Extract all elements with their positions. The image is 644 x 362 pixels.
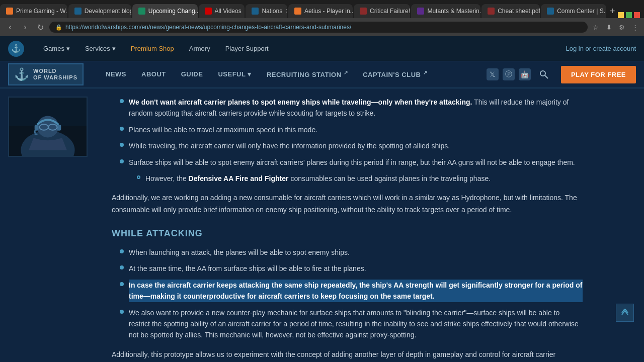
svg-rect-7 xyxy=(57,125,61,131)
maximize-button[interactable] xyxy=(626,12,632,18)
back-button[interactable]: ‹ xyxy=(4,21,16,33)
bullet-dot-aa-strength xyxy=(120,282,124,286)
main-nav-items: NEWS ABOUT GUIDE USEFUL ▾ RECRUITING STA… xyxy=(99,67,482,81)
main-nav-recruiting[interactable]: RECRUITING STATION ↗ xyxy=(260,67,355,81)
recruiting-external-icon: ↗ xyxy=(344,70,348,75)
android-icon[interactable]: 🤖 xyxy=(519,68,531,80)
browser-tab-upcoming[interactable]: Upcoming Chang... ✕ xyxy=(132,4,198,18)
premium-shop-label: Premium Shop xyxy=(131,45,174,52)
tab-favicon-prime xyxy=(6,8,13,15)
main-nav-guide[interactable]: GUIDE xyxy=(174,67,210,81)
browser-window: Prime Gaming - W... ✕ Development blog ✕… xyxy=(0,0,644,36)
games-chevron-icon: ▾ xyxy=(66,45,70,52)
tab-label-dev: Development blog xyxy=(85,8,131,15)
browser-tab-mutants[interactable]: Mutants & Masterin... ✕ xyxy=(411,4,480,18)
useful-label: USEFUL xyxy=(218,70,246,78)
tab-favicon-videos xyxy=(205,8,212,15)
video-person-image xyxy=(9,98,87,156)
top-nav-games[interactable]: Games ▾ xyxy=(36,41,77,56)
site-logo: ⚓ xyxy=(8,41,24,57)
wows-logo-box: ⚓ WORLD OF WARSHIPS xyxy=(8,63,84,85)
services-chevron-icon: ▾ xyxy=(112,45,116,52)
browser-tab-comm[interactable]: Comm Center | S... ✕ xyxy=(541,4,606,18)
bullet-item-spotting: We don't want aircraft carrier planes to… xyxy=(112,97,583,119)
article-content: We don't want aircraft carrier planes to… xyxy=(96,88,599,362)
main-nav-about[interactable]: ABOUT xyxy=(134,67,173,81)
bullet-text-allied: While traveling, the aircraft carrier wi… xyxy=(129,140,450,151)
browser-tab-prime[interactable]: Prime Gaming - W... ✕ xyxy=(0,4,67,18)
platform-icons: 𝕏 Ⓟ 🤖 xyxy=(487,68,531,80)
minimize-button[interactable] xyxy=(618,12,624,18)
tab-favicon-nations xyxy=(252,8,259,15)
address-bar[interactable]: 🔒 https://worldofwarships.com/en/news/ge… xyxy=(49,22,588,33)
tab-label-upcoming: Upcoming Chang... xyxy=(148,8,198,15)
play-btn-label: PLAY FOR FREE xyxy=(571,71,626,78)
tab-label-cheat: Cheat sheet.pdf xyxy=(498,8,540,15)
tab-favicon-critical xyxy=(360,8,367,15)
top-nav-player-support[interactable]: Player Support xyxy=(218,41,276,56)
tab-close-nations[interactable]: ✕ xyxy=(285,8,287,15)
bullet-dot-spotting xyxy=(120,99,124,103)
tab-favicon-comm xyxy=(547,8,554,15)
menu-button[interactable]: ⋮ xyxy=(630,22,640,32)
svg-rect-8 xyxy=(35,134,38,135)
browser-tab-aetius[interactable]: Aetius - Player in... ✕ xyxy=(288,4,353,18)
top-nav-armory[interactable]: Armory xyxy=(182,41,217,56)
bookmark-button[interactable]: ☆ xyxy=(591,22,601,32)
bullet-dot-aa-fire xyxy=(120,265,124,269)
browser-tab-nations[interactable]: Nations ✕ xyxy=(246,4,287,18)
security-icon: 🔒 xyxy=(55,24,62,31)
tab-label-comm: Comm Center | S... xyxy=(557,8,606,15)
xbox-icon[interactable]: 𝕏 xyxy=(487,68,499,80)
bullet-item-aa-fire: At the same time, the AA from surface sh… xyxy=(112,263,583,274)
bullet-item-spot-enemy: When launching an attack, the planes wil… xyxy=(112,247,583,258)
person-silhouette-svg xyxy=(9,97,87,156)
top-nav-services[interactable]: Services ▾ xyxy=(78,41,123,56)
play-for-free-button[interactable]: PLAY FOR FREE xyxy=(561,66,636,83)
tab-close-videos[interactable]: ✕ xyxy=(245,8,245,15)
main-nav-useful[interactable]: USEFUL ▾ xyxy=(211,67,259,81)
browser-tabs-bar: Prime Gaming - W... ✕ Development blog ✕… xyxy=(0,0,644,18)
tab-label-videos: All Videos xyxy=(215,8,242,15)
bullet-item-allied: While traveling, the aircraft carrier wi… xyxy=(112,140,583,151)
forward-button[interactable]: › xyxy=(19,21,31,33)
tab-favicon-aetius xyxy=(294,8,301,15)
svg-point-0 xyxy=(540,71,545,76)
browser-tab-critical[interactable]: Critical Failure! ✕ xyxy=(354,4,410,18)
tab-label-mutants: Mutants & Masterin... xyxy=(427,8,480,15)
search-icon xyxy=(539,69,549,79)
player-support-label: Player Support xyxy=(225,45,269,52)
login-link[interactable]: Log in or create account xyxy=(566,45,636,52)
news-label: NEWS xyxy=(106,70,126,78)
paragraph-prototype: Additionally, this prototype allows us t… xyxy=(112,349,583,362)
bullet-text-spotting: We don't want aircraft carrier planes to… xyxy=(129,97,583,119)
search-button[interactable] xyxy=(535,65,553,83)
top-nav-premium-shop[interactable]: Premium Shop xyxy=(124,41,181,56)
sub-bullet-dot xyxy=(137,175,140,179)
browser-tab-dev[interactable]: Development blog ✕ xyxy=(68,4,131,18)
browser-tab-cheat[interactable]: Cheat sheet.pdf ✕ xyxy=(481,4,540,18)
main-nav-captains[interactable]: CAPTAIN'S CLUB ↗ xyxy=(356,67,434,81)
browser-tab-videos[interactable]: All Videos ✕ xyxy=(199,4,245,18)
ps-icon[interactable]: Ⓟ xyxy=(503,68,515,80)
paragraph-consumable: Additionally, we are working on adding a… xyxy=(112,192,583,216)
wows-anchor-icon: ⚓ xyxy=(14,67,29,81)
while-attacking-heading-text: WHILE ATTACKING xyxy=(112,228,203,238)
bullet-item-aa-strength: In case the aircraft carrier keeps attac… xyxy=(112,280,583,302)
video-thumbnail[interactable] xyxy=(8,97,88,157)
bullet-item-surface: Surface ships will be able to spot enemy… xyxy=(112,157,583,168)
extensions-button[interactable]: ⚙ xyxy=(617,22,627,32)
main-nav-news[interactable]: NEWS xyxy=(99,67,133,81)
tab-label-prime: Prime Gaming - W... xyxy=(16,8,67,15)
download-button[interactable]: ⬇ xyxy=(604,22,614,32)
close-button[interactable] xyxy=(634,12,640,18)
bullet-text-aa-fire: At the same time, the AA from surface sh… xyxy=(129,263,366,274)
url-text: https://worldofwarships.com/en/news/gene… xyxy=(65,24,351,31)
new-tab-button[interactable]: + xyxy=(607,4,618,18)
main-nav-logo: ⚓ WORLD OF WARSHIPS xyxy=(8,63,84,85)
captains-external-icon: ↗ xyxy=(423,70,428,75)
scroll-to-top-button[interactable] xyxy=(616,304,634,322)
reload-button[interactable]: ↻ xyxy=(34,21,46,33)
tab-favicon-dev xyxy=(74,8,82,15)
services-label: Services xyxy=(85,45,110,52)
